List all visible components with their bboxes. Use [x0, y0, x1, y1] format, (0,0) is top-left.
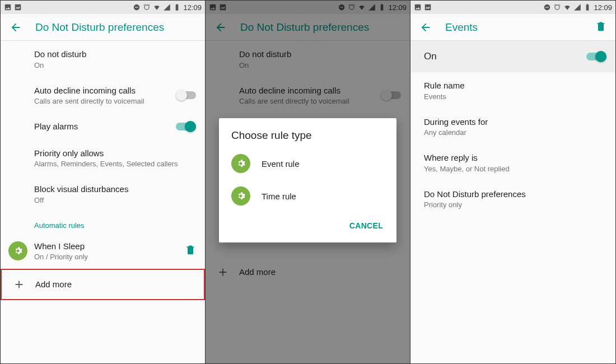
gear-icon: [8, 241, 27, 260]
signal-icon: [163, 3, 171, 11]
cancel-button[interactable]: CANCEL: [344, 217, 389, 235]
plus-icon: [10, 275, 29, 294]
signal-icon: [573, 3, 581, 11]
choose-rule-type-dialog: Choose rule type Event rule Time rule CA…: [219, 118, 396, 242]
dialog-title: Choose rule type: [219, 118, 396, 147]
alarm-icon: [348, 3, 356, 11]
status-bar: 12:09: [1, 1, 205, 14]
plus-icon: [213, 263, 232, 282]
gear-icon: [231, 154, 250, 173]
automatic-rules-header: Automatic rules: [1, 212, 205, 233]
time-rule-option[interactable]: Time rule: [219, 180, 396, 212]
gear-icon: [231, 186, 250, 206]
add-more-button[interactable]: Add more: [1, 269, 205, 300]
delete-button[interactable]: [595, 21, 606, 34]
image-icon: [4, 3, 12, 11]
alarm-icon: [143, 3, 151, 11]
setting-do-not-disturb[interactable]: Do not disturb On: [206, 41, 410, 77]
setting-during-events-for[interactable]: During events for Any calendar: [410, 109, 615, 145]
alarm-icon: [553, 3, 561, 11]
rule-enabled-switch[interactable]: [586, 51, 606, 62]
setting-dnd-preferences[interactable]: Do Not Disturb preferences Priority only: [410, 181, 615, 217]
setting-rule-name[interactable]: Rule name Events: [410, 72, 615, 109]
setting-auto-decline[interactable]: Auto decline incoming calls Calls are se…: [206, 77, 410, 114]
image-icon: [209, 3, 217, 11]
setting-auto-decline[interactable]: Auto decline incoming calls Calls are se…: [1, 77, 205, 114]
app-bar: Do Not Disturb preferences: [206, 14, 410, 41]
auto-decline-switch[interactable]: [381, 90, 401, 101]
signal-icon: [368, 3, 376, 11]
status-time: 12:09: [388, 3, 407, 12]
wifi-icon: [153, 3, 161, 11]
status-bar: 12:09: [206, 1, 410, 14]
back-arrow-icon[interactable]: [10, 21, 22, 34]
setting-where-reply-is[interactable]: Where reply is Yes, Maybe, or Not replie…: [410, 144, 615, 181]
status-time: 12:09: [594, 3, 612, 12]
chart-icon: [219, 3, 227, 11]
svg-rect-1: [136, 7, 139, 7]
wifi-icon: [358, 3, 366, 11]
battery-icon: [584, 3, 591, 11]
add-more-button[interactable]: Add more: [206, 259, 410, 286]
auto-decline-switch[interactable]: [176, 90, 196, 101]
back-arrow-icon[interactable]: [419, 21, 432, 34]
page-title: Events: [445, 21, 582, 34]
dnd-icon: [543, 3, 551, 11]
delete-rule-button[interactable]: [185, 244, 196, 258]
app-bar: Do Not Disturb preferences: [1, 14, 205, 41]
wifi-icon: [563, 3, 571, 11]
setting-play-alarms[interactable]: Play alarms: [1, 113, 205, 140]
chart-icon: [424, 3, 432, 11]
dnd-icon: [338, 3, 346, 11]
app-bar: Events: [410, 14, 615, 41]
svg-rect-5: [546, 7, 549, 7]
dnd-icon: [133, 3, 141, 11]
svg-rect-3: [340, 7, 344, 7]
rule-when-i-sleep[interactable]: When I Sleep On / Priority only: [1, 233, 205, 269]
event-rule-option[interactable]: Event rule: [219, 147, 396, 180]
battery-icon: [378, 3, 386, 11]
page-title: Do Not Disturb preferences: [35, 21, 196, 34]
play-alarms-switch[interactable]: [176, 121, 196, 132]
image-icon: [414, 3, 422, 11]
setting-block-visual[interactable]: Block visual disturbances Off: [1, 176, 205, 212]
status-time: 12:09: [183, 3, 202, 12]
rule-enabled-toggle-row[interactable]: On: [410, 41, 615, 72]
status-bar: 12:09: [410, 1, 615, 14]
battery-icon: [173, 3, 181, 11]
setting-do-not-disturb[interactable]: Do not disturb On: [1, 41, 205, 77]
chart-icon: [14, 3, 22, 11]
setting-priority-only[interactable]: Priority only allows Alarms, Reminders, …: [1, 140, 205, 176]
page-title: Do Not Disturb preferences: [240, 21, 401, 34]
back-arrow-icon[interactable]: [214, 21, 227, 34]
